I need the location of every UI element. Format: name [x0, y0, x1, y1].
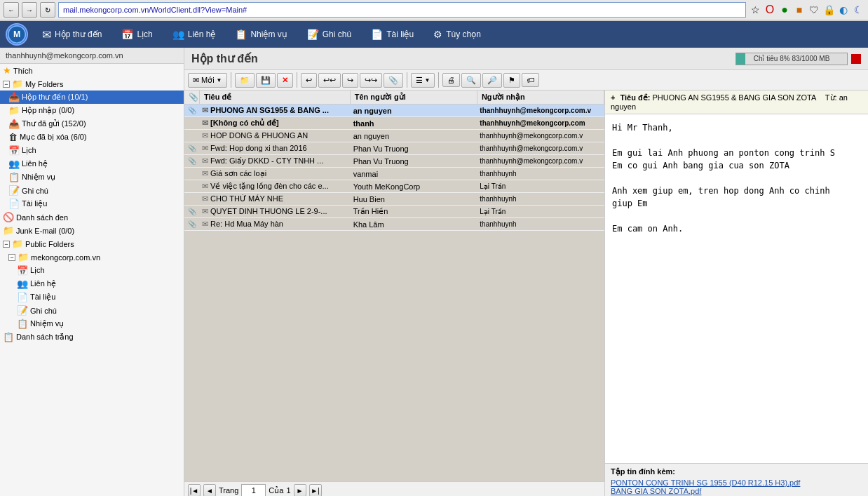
sidebar-item-pub-contacts[interactable]: 👥 Liên hệ [0, 277, 184, 290]
row-sender: Trần Hiền [351, 207, 478, 216]
new-email-button[interactable]: ✉ Mới ▼ [188, 73, 227, 88]
forward-button[interactable]: → [22, 2, 37, 18]
menu-calendar[interactable]: 📅 Lịch [116, 26, 158, 43]
email-row[interactable]: ✉ Về việc tặng lồng đèn cho các e... You… [184, 180, 604, 193]
tasks-folder-label: Nhiệm vụ [22, 173, 55, 182]
print-icon: 🖨 [447, 76, 455, 84]
sidebar-item-whitelist[interactable]: 📋 Danh sách trắng [0, 330, 184, 344]
sidebar-item-contacts[interactable]: 👥 Liên hệ [0, 157, 184, 170]
sidebar-item-trash[interactable]: 🗑 Mục đã bị xóa (6/0) [0, 130, 184, 144]
sidebar-item-pub-calendar[interactable]: 📅 Lịch [0, 264, 184, 277]
menu-docs[interactable]: 📄 Tài liệu [365, 26, 419, 43]
row-recipient: Lại Trần [477, 208, 604, 215]
email-row[interactable]: ✉ HOP DONG & PHUONG AN an nguyen thanhhu… [184, 130, 604, 142]
forward-button[interactable]: ↪ [342, 73, 358, 88]
attachment-2[interactable]: BANG GIA SON ZOTA.pdf [611, 487, 862, 495]
print-button[interactable]: 🖨 [442, 73, 460, 87]
attachment-1[interactable]: PONTON CONG TRINH SG 1955 (D40 R12.15 H3… [611, 478, 862, 487]
email-row[interactable]: 📎 ✉ Re: Hd Mua Máy hàn Kha Lâm thanhhuyn… [184, 218, 604, 231]
quota-text: Chỉ tiêu 8% 83/1000 MB [736, 53, 847, 65]
reply-button[interactable]: ↩ [301, 73, 317, 88]
menu-tasks[interactable]: 📋 Nhiệm vụ [229, 26, 292, 43]
pub-docs-label: Tài liệu [30, 293, 55, 302]
myfolders-expand[interactable]: − [3, 81, 10, 88]
sidebar-item-drafts[interactable]: 📁 Hộp nhập (0/0) [0, 104, 184, 117]
sidebar-item-domain[interactable]: − 📁 mekongcorp.com.vn [0, 250, 184, 264]
back-button[interactable]: ← [4, 2, 19, 18]
sidebar-item-junk[interactable]: 📁 Junk E-mail (0/0) [0, 224, 184, 237]
sidebar-item-pub-docs[interactable]: 📄 Tài liệu [0, 290, 184, 304]
header-sender[interactable]: Tên người gửi [351, 91, 477, 104]
sidebar-item-myfolders[interactable]: − 📁 My Folders [0, 77, 184, 91]
domain-label: mekongcorp.com.vn [31, 253, 100, 262]
refresh-button[interactable]: ↻ [40, 2, 55, 18]
sidebar-item-blacklist[interactable]: 🚫 Danh sách đen [0, 210, 184, 224]
sidebar-item-inbox[interactable]: 📥 Hộp thư đến (10/1) [0, 91, 184, 104]
header-recipient[interactable]: Người nhận [477, 91, 604, 104]
fwd2-button[interactable]: ↪↪ [360, 73, 382, 88]
quota-bar-container: Chỉ tiêu 8% 83/1000 MB [735, 53, 861, 65]
settings-icon: ⚙ [433, 29, 442, 40]
sidebar-item-notes[interactable]: 📝 Ghi chú [0, 184, 184, 197]
search-button[interactable]: 🔍 [461, 73, 481, 88]
filter-button[interactable]: 🔎 [482, 73, 502, 88]
toolbar-sep1 [231, 72, 231, 88]
email-row[interactable]: 📎 ✉ QUYET DINH THUONG LE 2-9-... Trần Hi… [184, 206, 604, 218]
tasks-icon: 📋 [235, 29, 247, 40]
sidebar-item-calendar[interactable]: 📅 Lịch [0, 144, 184, 157]
flag-button[interactable]: ⚑ [503, 73, 520, 88]
tag-button[interactable]: 🏷 [522, 73, 539, 87]
delete-button[interactable]: ✕ [277, 73, 293, 88]
reply-all-button[interactable]: ↩↩ [318, 73, 341, 88]
first-page-button[interactable]: |◄ [188, 484, 201, 496]
tasks-folder-icon: 📋 [8, 172, 20, 182]
opera-icon: O [764, 4, 776, 16]
email-row[interactable]: 📎 ✉ PHUONG AN SG1955 & BANG ... an nguye… [184, 105, 604, 117]
public-folders-expand[interactable]: − [3, 241, 10, 248]
sent-icon: 📤 [8, 119, 20, 129]
sidebar-item-pub-tasks[interactable]: 📋 Nhiệm vụ [0, 317, 184, 330]
sidebar-item-public-folders[interactable]: − 📁 Public Folders [0, 237, 184, 250]
next-page-button[interactable]: ► [294, 484, 306, 496]
reply-all-icon: ↩↩ [323, 76, 336, 85]
sidebar-item-tasks[interactable]: 📋 Nhiệm vụ [0, 170, 184, 184]
svg-text:M: M [13, 29, 20, 39]
sidebar-item-sent[interactable]: 📤 Thư đã gửi (152/0) [0, 117, 184, 130]
row-subject: ✉ HOP DONG & PHUONG AN [200, 131, 351, 140]
email-row[interactable]: 📎 ✉ Fwd: Hop dong xi than 2016 Phan Vu T… [184, 142, 604, 155]
sent-label: Thư đã gửi (152/0) [22, 119, 86, 128]
calendar-icon: 📅 [121, 29, 133, 40]
email-row[interactable]: ✉ CHO THỬ MÁY NHE Huu Bien thanhhuynh [184, 193, 604, 206]
header-subject[interactable]: Tiêu đề [200, 91, 351, 104]
menu-settings[interactable]: ⚙ Tùy chọn [428, 26, 487, 43]
menu-contacts[interactable]: 👥 Liên hệ [167, 26, 222, 43]
move-button[interactable]: 📁 [235, 73, 255, 88]
domain-expand[interactable]: − [8, 254, 15, 261]
sidebar-item-pub-notes[interactable]: 📝 Ghi chú [0, 304, 184, 317]
calendar-folder-label: Lịch [22, 146, 36, 155]
menu-inbox[interactable]: ✉ Hộp thư đến [36, 25, 107, 44]
address-bar[interactable] [58, 2, 746, 18]
sidebar-item-docs[interactable]: 📄 Tài liệu [0, 197, 184, 210]
email-list-header: 📎 Tiêu đề Tên người gửi Người nhận [184, 91, 604, 105]
contacts-icon: 👥 [172, 29, 184, 40]
page-number-input[interactable] [241, 484, 266, 496]
email-row[interactable]: ✉ Giá sơn các loại vanmai thanhhuynh [184, 168, 604, 180]
env-icon: ✉ [202, 144, 208, 152]
toolbar-sep4 [438, 72, 439, 88]
env-icon: ✉ [202, 106, 208, 114]
env-icon: ✉ [202, 194, 208, 203]
last-page-button[interactable]: ►| [309, 484, 322, 496]
sidebar-item-favorites[interactable]: ★ Thích [0, 64, 184, 77]
notes-icon: 📝 [307, 29, 319, 40]
save-button[interactable]: 💾 [256, 73, 276, 88]
prev-page-button[interactable]: ◄ [203, 484, 216, 496]
attach-button[interactable]: 📎 [384, 73, 403, 88]
env-icon: ✉ [202, 119, 208, 127]
email-row[interactable]: 📎 ✉ Fwd: Giấy DKKD - CTY TNHH ... Phan V… [184, 155, 604, 168]
menu-notes[interactable]: 📝 Ghi chú [301, 26, 357, 43]
icon2: ■ [793, 4, 806, 16]
email-row[interactable]: ✉ [Không có chủ đề] thanh thanhhuynh@mek… [184, 117, 604, 130]
browser-toolbar: ← → ↻ ☆ O ● ■ 🛡 🔒 ◐ ☾ [0, 0, 868, 20]
view-button[interactable]: ☰▼ [411, 73, 435, 88]
